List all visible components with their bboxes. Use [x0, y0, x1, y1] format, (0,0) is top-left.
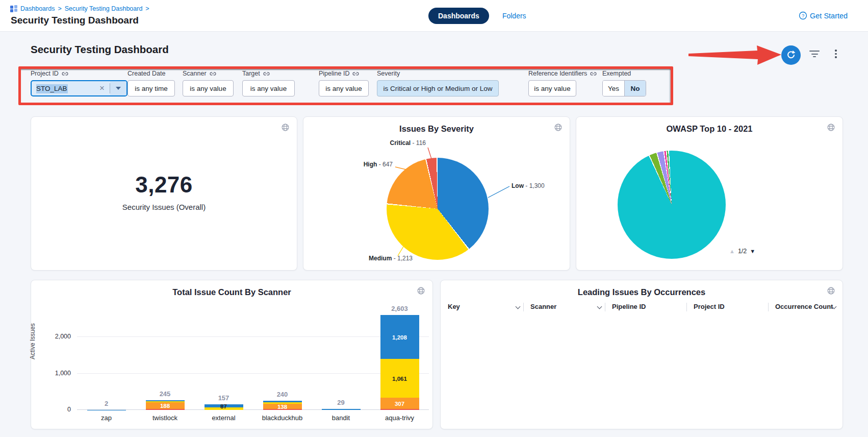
scanner-filter-button[interactable]: is any value	[183, 80, 234, 96]
page-indicator: 1/2	[738, 248, 747, 255]
column-header-key[interactable]: Key	[448, 303, 460, 310]
refresh-icon	[786, 50, 796, 60]
card-security-issues-overall: 3,276 Security Issues (Overall)	[31, 116, 297, 271]
card-owasp-top-10: OWASP Top 10 - 2021 ▲ 1/2 ▼	[576, 116, 843, 271]
pie-label-low: Low - 1,300	[512, 182, 569, 189]
top-tabs: Dashboards Folders	[428, 8, 526, 24]
link-icon	[263, 70, 270, 77]
tab-folders[interactable]: Folders	[502, 12, 526, 20]
filter-created-date: Created Date is any time	[127, 69, 175, 96]
pie-label-critical: Critical - 116	[354, 139, 426, 147]
filter-reference-identifiers: Reference Identifiers is any value	[528, 69, 597, 96]
y-tick-0: 0	[40, 406, 71, 413]
y-tick-1000: 1,000	[40, 370, 71, 377]
pie-label-high: High - 647	[324, 161, 393, 168]
filter-icon[interactable]	[809, 51, 820, 60]
x-tick-external: external	[196, 414, 252, 422]
filter-project-id-label: Project ID	[31, 70, 59, 77]
filter-severity: Severity is Critical or High or Medium o…	[377, 69, 499, 96]
breadcrumb-separator: >	[58, 5, 61, 12]
filter-scanner: Scanner is any value	[183, 69, 234, 96]
dashboard-title: Security Testing Dashboard	[31, 43, 169, 56]
column-header-project-id: Project ID	[694, 303, 725, 310]
bar-external-total: 157	[201, 394, 247, 402]
bar-twistlock-segment-low	[146, 400, 185, 401]
annotation-arrow	[686, 44, 783, 66]
sort-chevron-icon[interactable]	[597, 304, 602, 309]
link-icon	[352, 70, 359, 77]
filter-reference-identifiers-label: Reference Identifiers	[528, 70, 587, 77]
page-up-icon[interactable]: ▲	[729, 248, 735, 254]
breadcrumb: Dashboards > Security Testing Dashboard …	[10, 5, 149, 12]
overall-count-value: 3,276	[31, 172, 297, 198]
x-tick-aqua-trivy: aqua-trivy	[372, 414, 428, 422]
target-filter-button[interactable]: is any value	[242, 80, 295, 96]
bar-bandit-segment-low	[322, 409, 361, 410]
breadcrumb-current[interactable]: Security Testing Dashboard	[65, 5, 143, 12]
y-axis-label: Active Issues	[29, 323, 36, 359]
x-tick-bandit: bandit	[313, 414, 369, 422]
bar-blackduckhub-label-high: 138	[263, 404, 302, 410]
column-header-occurrence-count[interactable]: Occurrence Count	[775, 303, 833, 310]
tab-dashboards[interactable]: Dashboards	[428, 8, 489, 24]
bar-twistlock-label-high: 188	[146, 403, 185, 409]
x-tick-blackduckhub: blackduckhub	[254, 414, 311, 422]
overall-count-label: Security Issues (Overall)	[31, 203, 297, 211]
bar-bandit-total: 29	[318, 399, 364, 406]
exempted-no-option[interactable]: No	[624, 81, 646, 96]
link-icon	[590, 70, 597, 77]
bar-blackduckhub-segment-medium	[263, 402, 302, 404]
link-icon	[62, 70, 68, 77]
breadcrumb-separator: >	[145, 5, 149, 12]
exempted-toggle: Yes No	[602, 80, 646, 96]
filter-target-label: Target	[242, 70, 260, 77]
page-down-icon[interactable]: ▼	[750, 248, 755, 254]
filter-project-id: Project ID STO_LAB ×	[31, 69, 127, 96]
clear-icon[interactable]: ×	[94, 83, 110, 93]
project-id-select[interactable]: STO_LAB ×	[31, 80, 127, 96]
severity-filter-chip[interactable]: is Critical or High or Medium or Low	[377, 80, 499, 96]
bar-aqua-trivy-label-low: 1,208	[380, 334, 419, 341]
card-issues-by-severity: Issues By Severity Critical - 116 High -…	[303, 116, 570, 271]
filter-pipeline-id-label: Pipeline ID	[319, 70, 349, 77]
bar-blackduckhub-total: 240	[260, 391, 305, 398]
globe-icon[interactable]	[281, 123, 290, 134]
refresh-button[interactable]	[781, 45, 801, 65]
chart-title-issues-by-severity: Issues By Severity	[303, 124, 570, 134]
stacked-bar-plot: 2zap188245twistlock87157external138240bl…	[77, 311, 429, 410]
filter-exempted-label: Exempted	[602, 70, 631, 77]
svg-text:?: ?	[802, 13, 804, 18]
bar-zap-total: 2	[84, 400, 130, 407]
table-header-row: Key Scanner Pipeline ID Project ID Occur…	[441, 303, 843, 315]
created-date-filter-button[interactable]: is any time	[127, 80, 175, 96]
help-circle-icon: ?	[799, 11, 807, 20]
filter-target: Target is any value	[242, 69, 295, 96]
breadcrumb-dashboards[interactable]: Dashboards	[20, 5, 55, 12]
pipeline-id-filter-button[interactable]: is any value	[319, 80, 369, 96]
top-bar: Dashboards > Security Testing Dashboard …	[0, 0, 868, 32]
filter-exempted: Exempted Yes No	[602, 69, 646, 96]
dropdown-caret-icon[interactable]	[110, 81, 126, 95]
owasp-pie-chart	[618, 151, 726, 259]
project-id-value[interactable]: STO_LAB	[32, 85, 94, 92]
sort-chevron-icon[interactable]	[516, 304, 521, 309]
filter-scanner-label: Scanner	[183, 70, 207, 77]
column-header-pipeline-id: Pipeline ID	[612, 303, 646, 310]
column-header-scanner[interactable]: Scanner	[530, 303, 556, 310]
get-started-link[interactable]: ? Get Started	[799, 11, 848, 20]
x-tick-twistlock: twistlock	[137, 414, 193, 422]
bar-twistlock-total: 245	[142, 390, 188, 398]
dashboards-grid-icon	[10, 5, 17, 12]
x-tick-zap: zap	[79, 414, 135, 422]
severity-pie-chart	[387, 158, 489, 260]
bar-twistlock-segment-medium	[146, 401, 185, 402]
chart-title-owasp: OWASP Top 10 - 2021	[576, 124, 843, 134]
filter-severity-label: Severity	[377, 70, 400, 77]
bar-external-label-low: 87	[205, 403, 243, 409]
more-options-icon[interactable]	[832, 50, 839, 61]
reference-identifiers-filter-button[interactable]: is any value	[528, 80, 576, 96]
exempted-yes-option[interactable]: Yes	[603, 81, 624, 96]
pie-label-medium: Medium - 1,213	[350, 255, 431, 262]
card-leading-issues-by-occurrences: Leading Issues By Occurrences Key Scanne…	[440, 280, 843, 429]
bar-aqua-trivy-total: 2,603	[377, 305, 423, 312]
